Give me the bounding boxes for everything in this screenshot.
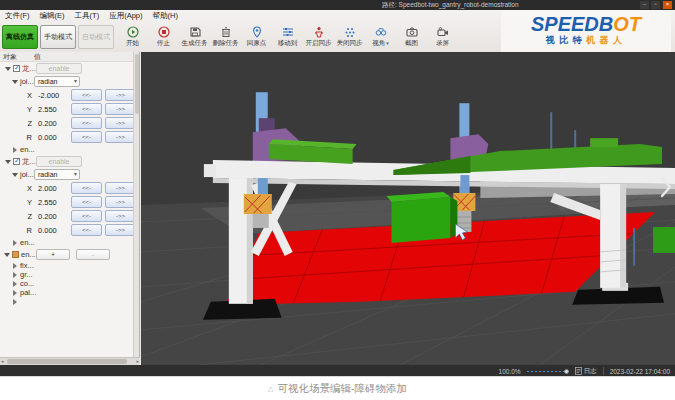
location-pin-icon bbox=[251, 26, 263, 38]
tree-item-empty[interactable] bbox=[0, 297, 139, 306]
collapsed-arrow-icon[interactable] bbox=[13, 281, 17, 287]
unit-dropdown[interactable]: radian bbox=[34, 76, 80, 87]
object-tree-panel: 对象 值 龙... enable joi... radian X -2.000 … bbox=[0, 52, 140, 357]
enable-button[interactable]: enable bbox=[36, 63, 82, 74]
tree-item-en-list[interactable]: en... + - bbox=[0, 248, 139, 261]
3d-viewport[interactable] bbox=[141, 52, 675, 365]
tree-item-gr[interactable]: gr... bbox=[0, 270, 139, 279]
zoom-slider[interactable] bbox=[527, 369, 569, 374]
dots-icon bbox=[344, 26, 356, 38]
jog-increase-button[interactable]: ->> bbox=[105, 210, 136, 222]
collapsed-arrow-icon[interactable] bbox=[13, 299, 17, 305]
maximize-button[interactable]: ▫ bbox=[651, 1, 660, 9]
robot-person-red-icon bbox=[313, 26, 325, 38]
scrollbar-thumb[interactable] bbox=[7, 359, 127, 364]
stop-button[interactable]: 停止 bbox=[149, 23, 178, 51]
jog-decrease-button[interactable]: <<- bbox=[71, 131, 102, 143]
save-icon bbox=[189, 26, 201, 38]
panel-vertical-scrollbar[interactable] bbox=[133, 52, 139, 357]
tree-group-1[interactable]: 龙... enable bbox=[0, 62, 139, 75]
axis-row-r: R 0.000 <<- ->> bbox=[0, 223, 139, 237]
start-button[interactable]: 开始 bbox=[118, 23, 147, 51]
carousel-next-arrow[interactable] bbox=[658, 175, 674, 199]
delete-task-button[interactable]: 删除任务 bbox=[211, 23, 240, 51]
axis-row-r: R 0.000 <<- ->> bbox=[0, 130, 139, 144]
minimize-button[interactable]: – bbox=[640, 1, 649, 9]
jog-increase-button[interactable]: ->> bbox=[105, 182, 136, 194]
group-1-checkbox[interactable] bbox=[13, 65, 20, 72]
jog-decrease-button[interactable]: <<- bbox=[71, 89, 102, 101]
offline-sim-button[interactable]: 离线仿真 bbox=[2, 25, 38, 49]
caption-text: 可视化场景编辑-障碍物添加 bbox=[277, 382, 407, 396]
screenshot-button[interactable]: 截图 bbox=[397, 23, 426, 51]
unit-dropdown[interactable]: radian bbox=[34, 169, 80, 180]
record-button[interactable]: 录屏 bbox=[428, 23, 457, 51]
play-icon bbox=[127, 26, 139, 38]
jog-decrease-button[interactable]: <<- bbox=[71, 103, 102, 115]
manual-mode-button[interactable]: 手动模式 bbox=[40, 25, 76, 49]
menu-tools[interactable]: 工具(T) bbox=[75, 11, 100, 22]
sync-on-button[interactable]: 开启同步 bbox=[304, 23, 333, 51]
expand-arrow-icon[interactable] bbox=[4, 253, 10, 257]
collapsed-arrow-icon[interactable] bbox=[13, 240, 17, 246]
divider bbox=[603, 367, 604, 375]
tree-joint-1[interactable]: joi... radian bbox=[0, 75, 139, 88]
scroll-left-arrow-icon[interactable]: ◂ bbox=[1, 358, 4, 365]
slider-handle-icon[interactable] bbox=[564, 369, 569, 374]
add-item-button[interactable]: + bbox=[36, 249, 70, 260]
trash-icon bbox=[220, 26, 232, 38]
sync-off-button[interactable]: 关闭同步 bbox=[335, 23, 364, 51]
jog-increase-button[interactable]: ->> bbox=[105, 89, 136, 101]
tree-item-fix[interactable]: fix... bbox=[0, 261, 139, 270]
tree-item-en[interactable]: en... bbox=[0, 144, 139, 155]
view-angle-button[interactable]: 视角▾ bbox=[366, 23, 395, 51]
jog-increase-button[interactable]: ->> bbox=[105, 117, 136, 129]
title-bar: 路径: Speedbot-two_gantry_robot-demostrati… bbox=[0, 0, 675, 10]
expand-arrow-icon[interactable] bbox=[12, 173, 18, 177]
expand-arrow-icon[interactable] bbox=[5, 160, 11, 164]
menu-app[interactable]: 应用(App) bbox=[109, 11, 142, 22]
axis-row-x: X 2.000 <<- ->> bbox=[0, 181, 139, 195]
expand-arrow-icon[interactable] bbox=[5, 67, 11, 71]
collapsed-arrow-icon[interactable] bbox=[13, 147, 17, 153]
tree-item-pal[interactable]: pal... bbox=[0, 288, 139, 297]
group-2-checkbox[interactable] bbox=[13, 158, 20, 165]
jog-decrease-button[interactable]: <<- bbox=[71, 117, 102, 129]
menu-file[interactable]: 文件(F) bbox=[5, 11, 30, 22]
collapsed-arrow-icon[interactable] bbox=[13, 263, 17, 269]
scroll-right-arrow-icon[interactable]: ▸ bbox=[136, 358, 139, 365]
axis-row-y: Y 2.550 <<- ->> bbox=[0, 102, 139, 116]
beam-end-stub bbox=[204, 164, 216, 177]
jog-increase-button[interactable]: ->> bbox=[105, 224, 136, 236]
tree-group-2[interactable]: 龙... enable bbox=[0, 155, 139, 168]
home-point-button[interactable]: 回原点 bbox=[242, 23, 271, 51]
tree-joint-2[interactable]: joi... radian bbox=[0, 168, 139, 181]
jog-decrease-button[interactable]: <<- bbox=[71, 224, 102, 236]
auto-mode-button[interactable]: 自动模式 bbox=[78, 25, 114, 49]
collapsed-arrow-icon[interactable] bbox=[13, 272, 17, 278]
jog-decrease-button[interactable]: <<- bbox=[71, 210, 102, 222]
jog-increase-button[interactable]: ->> bbox=[105, 131, 136, 143]
jog-increase-button[interactable]: ->> bbox=[105, 103, 136, 115]
panel-horizontal-scrollbar[interactable]: ◂ ▸ bbox=[0, 357, 140, 365]
expand-arrow-icon[interactable] bbox=[12, 80, 18, 84]
image-caption: △ 可视化场景编辑-障碍物添加 bbox=[0, 377, 675, 400]
menu-help[interactable]: 帮助(H) bbox=[153, 11, 178, 22]
top-bar: 文件(F) 编辑(E) 工具(T) 应用(App) 帮助(H) 离线仿真 手动模… bbox=[0, 10, 675, 52]
camera-icon bbox=[406, 26, 418, 38]
jog-decrease-button[interactable]: <<- bbox=[71, 182, 102, 194]
logo-text-en: SPEEDBOT bbox=[501, 13, 671, 35]
tree-item-en[interactable]: en... bbox=[0, 237, 139, 248]
enable-button[interactable]: enable bbox=[36, 156, 82, 167]
close-button[interactable]: × bbox=[663, 1, 672, 9]
generate-task-button[interactable]: 生成任务 bbox=[180, 23, 209, 51]
move-to-button[interactable]: 移动到 bbox=[273, 23, 302, 51]
tree-item-co[interactable]: co... bbox=[0, 279, 139, 288]
collapsed-arrow-icon[interactable] bbox=[13, 290, 17, 296]
remove-item-button[interactable]: - bbox=[76, 249, 110, 260]
jog-decrease-button[interactable]: <<- bbox=[71, 196, 102, 208]
log-button[interactable]: 日志 bbox=[575, 367, 597, 376]
menu-edit[interactable]: 编辑(E) bbox=[40, 11, 65, 22]
jog-increase-button[interactable]: ->> bbox=[105, 196, 136, 208]
left-gripper-orange bbox=[244, 194, 272, 214]
